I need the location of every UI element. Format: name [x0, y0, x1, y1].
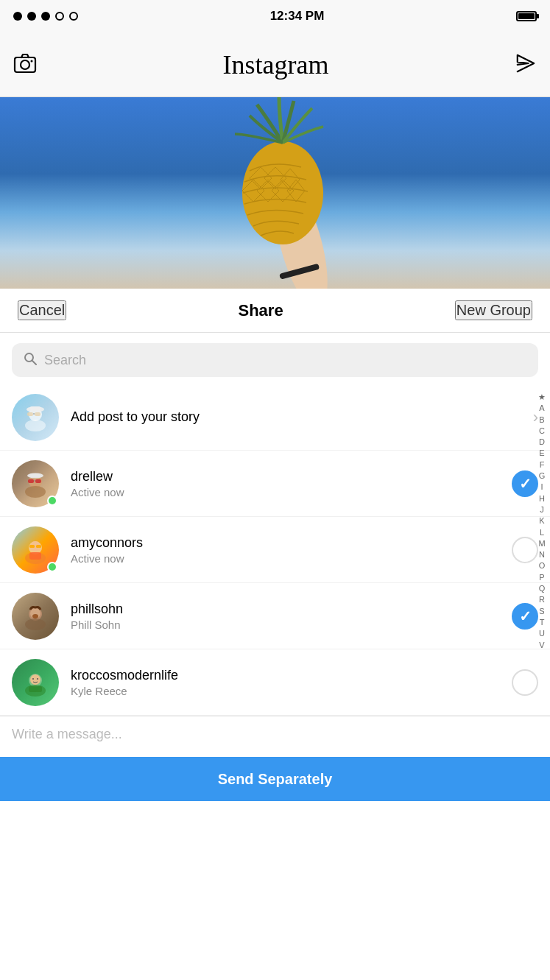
kroccos-avatar: [12, 659, 59, 706]
share-toolbar: Cancel Share New Group: [0, 289, 550, 333]
kroccos-realname: Kyle Reece: [71, 685, 512, 697]
story-row[interactable]: Add post to your story ›: [0, 384, 550, 451]
alpha-p[interactable]: P: [539, 572, 544, 582]
svg-point-34: [30, 674, 40, 685]
svg-point-31: [32, 614, 38, 618]
search-input[interactable]: Search: [44, 353, 526, 368]
amyconnors-status: Active now: [71, 552, 512, 565]
alpha-u[interactable]: U: [539, 628, 545, 638]
alpha-i[interactable]: I: [540, 482, 543, 492]
svg-rect-35: [29, 686, 42, 692]
alpha-o[interactable]: O: [539, 560, 546, 571]
alpha-n[interactable]: N: [539, 549, 545, 560]
alpha-c[interactable]: C: [539, 426, 545, 436]
story-info: Add post to your story: [71, 409, 533, 425]
alpha-r[interactable]: R: [539, 594, 545, 604]
phillsohn-avatar-wrap: [12, 593, 59, 640]
svg-rect-26: [29, 545, 35, 548]
contact-list: Add post to your story ›: [0, 384, 550, 716]
drellew-active-dot: [47, 496, 57, 506]
alpha-q[interactable]: Q: [539, 583, 546, 593]
battery-icon: [516, 11, 537, 21]
amyconnors-info: amyconnors Active now: [71, 535, 512, 565]
search-bar[interactable]: Search: [12, 343, 538, 377]
signal-dots: [13, 12, 78, 21]
alpha-k[interactable]: K: [539, 515, 544, 526]
drellew-avatar-wrap: [12, 460, 59, 507]
battery-fill: [518, 13, 535, 19]
pineapple-illustration: [0, 97, 550, 289]
hero-image: [0, 97, 550, 289]
alpha-j[interactable]: J: [540, 504, 544, 515]
amyconnors-name: amyconnors: [71, 535, 512, 551]
contact-row-phillsohn[interactable]: phillsohn Phill Sohn: [0, 583, 550, 649]
new-group-button[interactable]: New Group: [455, 300, 532, 320]
direct-send-icon[interactable]: [515, 52, 537, 77]
alpha-d[interactable]: D: [539, 437, 545, 447]
search-icon: [24, 352, 37, 369]
svg-point-29: [25, 618, 46, 630]
kroccos-info: kroccosmodernlife Kyle Reece: [71, 668, 512, 697]
alphabet-index[interactable]: ★ A B C D E F G I H J K L M N O P Q R S …: [534, 384, 550, 716]
drellew-status: Active now: [71, 486, 512, 498]
kroccos-name: kroccosmodernlife: [71, 668, 512, 683]
search-container: Search: [0, 333, 550, 384]
alpha-t[interactable]: T: [540, 617, 545, 627]
svg-rect-21: [30, 473, 40, 477]
phillsohn-name: phillsohn: [71, 602, 512, 617]
svg-rect-17: [28, 479, 34, 483]
alpha-s[interactable]: S: [539, 606, 544, 616]
message-placeholder[interactable]: Write a message...: [12, 727, 122, 741]
contact-row-kroccosmodernlife[interactable]: kroccosmodernlife Kyle Reece: [0, 649, 550, 716]
camera-icon[interactable]: [13, 52, 37, 78]
share-title: Share: [238, 301, 283, 320]
alpha-f[interactable]: F: [540, 459, 545, 470]
dot-3: [41, 12, 50, 21]
contact-row-drellew[interactable]: drellew Active now: [0, 451, 550, 517]
svg-point-9: [25, 420, 46, 431]
dot-1: [13, 12, 22, 21]
alpha-b[interactable]: B: [539, 415, 544, 425]
nav-bar: Instagram: [0, 32, 550, 97]
phillsohn-avatar: [12, 593, 59, 640]
story-name: Add post to your story: [71, 409, 533, 425]
dot-4: [55, 12, 64, 21]
svg-rect-11: [35, 412, 40, 416]
phillsohn-info: phillsohn Phill Sohn: [71, 602, 512, 631]
alpha-g[interactable]: G: [539, 470, 546, 481]
alpha-v[interactable]: V: [539, 640, 544, 650]
svg-rect-18: [35, 479, 41, 483]
svg-point-36: [32, 678, 34, 680]
svg-rect-27: [36, 545, 41, 548]
drellew-name: drellew: [71, 469, 512, 484]
alpha-m[interactable]: M: [538, 538, 545, 549]
phillsohn-realname: Phill Sohn: [71, 618, 512, 631]
story-avatar-wrap: [12, 394, 59, 441]
svg-point-16: [25, 486, 46, 498]
message-area[interactable]: Write a message...: [0, 716, 550, 757]
contact-row-amyconnors[interactable]: amyconnors Active now: [0, 517, 550, 583]
dot-2: [27, 12, 36, 21]
svg-rect-10: [27, 412, 33, 416]
drellew-info: drellew Active now: [71, 469, 512, 498]
amyconnors-active-dot: [47, 562, 57, 572]
app-title: Instagram: [223, 49, 329, 80]
svg-point-5: [242, 141, 323, 244]
svg-line-7: [32, 360, 37, 364]
cancel-button[interactable]: Cancel: [18, 300, 66, 320]
alpha-star[interactable]: ★: [538, 392, 546, 402]
status-bar: 12:34 PM: [0, 0, 550, 32]
alpha-l[interactable]: L: [540, 527, 544, 537]
svg-point-37: [37, 678, 38, 680]
svg-point-1: [21, 60, 29, 69]
status-time: 12:34 PM: [270, 9, 325, 24]
send-button[interactable]: Send Separately: [0, 757, 550, 801]
alpha-e[interactable]: E: [539, 448, 544, 458]
alpha-a[interactable]: A: [539, 403, 544, 413]
send-label: Send Separately: [218, 771, 333, 788]
main-content: Add post to your story ›: [0, 384, 550, 716]
story-avatar: [12, 394, 59, 441]
alpha-h[interactable]: H: [539, 493, 545, 504]
amyconnors-avatar-wrap: [12, 526, 59, 574]
svg-rect-24: [29, 552, 41, 560]
